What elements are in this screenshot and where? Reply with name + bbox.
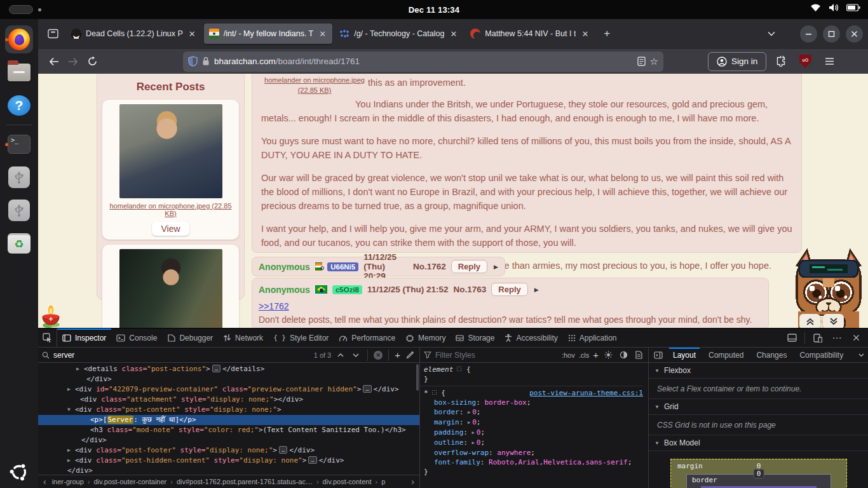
markup-node-row[interactable]: <div class="attachment" style="display: … bbox=[38, 395, 419, 405]
system-clock[interactable]: Dec 11 13:34 bbox=[409, 5, 459, 15]
box-model-margin-region[interactable]: margin 0 border 0 bbox=[670, 459, 847, 488]
css-rule-line[interactable]: outline: ▶0; bbox=[420, 438, 643, 448]
markup-node-row[interactable]: <p>[Server: कुछ नहीं था]</p> bbox=[38, 415, 419, 425]
dock-item-usb-drive-1[interactable] bbox=[4, 161, 34, 194]
devtools-tab-accessibility[interactable]: Accessibility bbox=[499, 329, 562, 347]
op-file-link[interactable]: homelander on microphone.jpeg bbox=[264, 76, 365, 84]
css-rule-line[interactable]: padding: ▶0; bbox=[420, 428, 643, 438]
expand-post-icon[interactable]: ▶ bbox=[534, 287, 539, 293]
forward-button[interactable] bbox=[64, 52, 83, 71]
element-picker-button[interactable] bbox=[38, 329, 57, 347]
css-rule-line[interactable]: overflow-wrap: anywhere; bbox=[420, 448, 643, 458]
light-mode-sim-icon[interactable] bbox=[602, 349, 614, 361]
devtools-tab-debugger[interactable]: Debugger bbox=[162, 329, 218, 347]
post-thumbnail[interactable] bbox=[119, 249, 222, 328]
dock-item-terminal[interactable]: >_ bbox=[4, 128, 34, 161]
breadcrumb-scroll-right-icon[interactable]: › bbox=[409, 477, 417, 487]
devtools-tab-application[interactable]: Application bbox=[563, 329, 622, 347]
scroll-to-bottom-button[interactable] bbox=[823, 314, 844, 328]
dock-item-firefox[interactable] bbox=[4, 23, 34, 56]
markup-node-row[interactable]: ▶<details class="post-actions">…</detail… bbox=[38, 364, 419, 374]
expand-post-icon[interactable]: ▶ bbox=[494, 264, 498, 270]
pseudo-class-toggle[interactable]: :hov bbox=[562, 351, 575, 359]
system-tray[interactable] bbox=[810, 3, 860, 12]
box-model-section-header[interactable]: ▼Box Model bbox=[649, 435, 868, 451]
devtools-menu-button[interactable]: ⋯ bbox=[829, 330, 845, 346]
markup-node-row[interactable]: <h3 class="mod-note" style="color: red;"… bbox=[38, 425, 419, 435]
devtools-tab-inspector[interactable]: Inspector bbox=[57, 329, 111, 347]
post-number[interactable]: No.1763 bbox=[454, 285, 487, 294]
close-button[interactable] bbox=[846, 25, 863, 43]
reply-button[interactable]: Reply bbox=[451, 260, 487, 273]
browser-tab[interactable]: /int/ - My fellow Indians. T ✕ bbox=[204, 24, 332, 44]
search-next-button[interactable] bbox=[350, 349, 362, 361]
lock-icon[interactable] bbox=[202, 57, 210, 66]
flexbox-section-header[interactable]: ▼Flexbox bbox=[649, 363, 868, 379]
search-clear-button[interactable]: ✕ bbox=[374, 351, 383, 360]
reader-mode-icon[interactable] bbox=[637, 57, 646, 66]
minimize-button[interactable] bbox=[800, 25, 817, 43]
dock-item-usb-drive-2[interactable] bbox=[4, 194, 34, 227]
dock-item-trash[interactable]: ♻ bbox=[4, 227, 34, 260]
css-rule-line[interactable]: margin: ▶0; bbox=[420, 417, 643, 428]
twisty-icon[interactable]: ▶ bbox=[67, 456, 75, 466]
twisty-icon[interactable]: ▶ bbox=[76, 364, 84, 374]
sidebar-tabs-overflow-icon[interactable] bbox=[855, 349, 867, 361]
markup-node-row[interactable]: ▶<div class="post-hidden-content" style=… bbox=[38, 456, 419, 466]
reply-button[interactable]: Reply bbox=[491, 283, 527, 296]
view-button[interactable]: View bbox=[152, 222, 189, 236]
css-rule-line[interactable]: * {post-view-aruna-theme.css:1 bbox=[420, 388, 643, 398]
css-rule-line[interactable]: } bbox=[420, 374, 643, 384]
print-media-sim-icon[interactable] bbox=[633, 349, 644, 361]
tab-close-icon[interactable]: ✕ bbox=[187, 29, 197, 39]
quote-link[interactable]: >>1762 bbox=[259, 301, 289, 311]
markup-search-input[interactable] bbox=[53, 351, 310, 360]
menu-hamburger-icon[interactable] bbox=[820, 52, 839, 71]
css-rule-line[interactable]: box-sizing: border-box; bbox=[420, 398, 643, 407]
markup-scrollbar[interactable] bbox=[416, 364, 419, 391]
extensions-puzzle-icon[interactable] bbox=[771, 52, 790, 71]
markup-node-row[interactable]: </div> bbox=[38, 466, 419, 475]
breadcrumb-item[interactable]: div.post-content bbox=[315, 478, 374, 485]
sidebar-tab-layout[interactable]: Layout bbox=[667, 348, 702, 363]
ublock-origin-icon[interactable]: uO bbox=[796, 52, 815, 71]
tab-close-icon[interactable]: ✕ bbox=[449, 29, 458, 39]
sidebar-tab-changes[interactable]: Changes bbox=[750, 348, 793, 363]
back-button[interactable] bbox=[44, 52, 64, 71]
twisty-icon[interactable]: ▶ bbox=[67, 384, 75, 395]
sidebar-toggle-icon[interactable] bbox=[653, 349, 664, 361]
dock-item-help[interactable]: ? bbox=[4, 89, 34, 122]
tab-close-icon[interactable]: ✕ bbox=[580, 29, 590, 39]
poster-id-badge[interactable]: U66Ni5 bbox=[327, 262, 358, 271]
sidebar-tab-compatibility[interactable]: Compatibility bbox=[793, 348, 850, 363]
create-node-button[interactable]: + bbox=[395, 349, 400, 360]
css-rule-line[interactable]: border: ▶0; bbox=[420, 407, 643, 417]
file-link[interactable]: homelander on microphone.jpeg (22.85 KB) bbox=[106, 202, 235, 217]
scroll-to-top-button[interactable] bbox=[799, 314, 820, 328]
devtools-tab-network[interactable]: Network bbox=[218, 329, 268, 347]
devtools-tab-style-editor[interactable]: { } Style Editor bbox=[268, 329, 334, 347]
browser-tab[interactable]: /g/ - Technology - Catalog ✕ bbox=[334, 24, 463, 44]
css-rule-line[interactable]: font-family: Roboto,Arial,Helvetica,sans… bbox=[420, 458, 643, 467]
devtools-tab-console[interactable]: Console bbox=[111, 329, 162, 347]
post-thumbnail[interactable] bbox=[119, 104, 222, 198]
markup-node-row[interactable]: </div> bbox=[38, 435, 419, 445]
reload-button[interactable] bbox=[83, 52, 102, 71]
breadcrumb-scroll-left-icon[interactable]: ‹ bbox=[41, 477, 49, 487]
split-console-button[interactable] bbox=[783, 330, 800, 346]
new-tab-button[interactable]: + bbox=[598, 25, 616, 43]
breadcrumb-item[interactable]: div.post-outer-container bbox=[86, 478, 168, 485]
css-rule-line[interactable] bbox=[420, 386, 643, 386]
devtools-close-button[interactable] bbox=[848, 330, 864, 346]
bookmark-star-icon[interactable]: ☆ bbox=[650, 57, 658, 66]
eyedropper-icon[interactable] bbox=[404, 349, 416, 361]
filter-styles-input[interactable] bbox=[435, 351, 558, 360]
markup-node-row[interactable]: ▶<div class="post-footer" style="display… bbox=[38, 445, 419, 456]
devtools-tab-memory[interactable]: Memory bbox=[400, 329, 451, 347]
search-prev-button[interactable] bbox=[335, 349, 346, 361]
breadcrumb-item[interactable]: iner-group bbox=[50, 478, 86, 485]
dock-item-files[interactable] bbox=[4, 56, 34, 89]
op-file-size-link[interactable]: (22.85 KB) bbox=[298, 86, 332, 94]
css-rule-line[interactable]: } bbox=[420, 467, 643, 477]
class-toggle[interactable]: .cls bbox=[579, 351, 590, 359]
